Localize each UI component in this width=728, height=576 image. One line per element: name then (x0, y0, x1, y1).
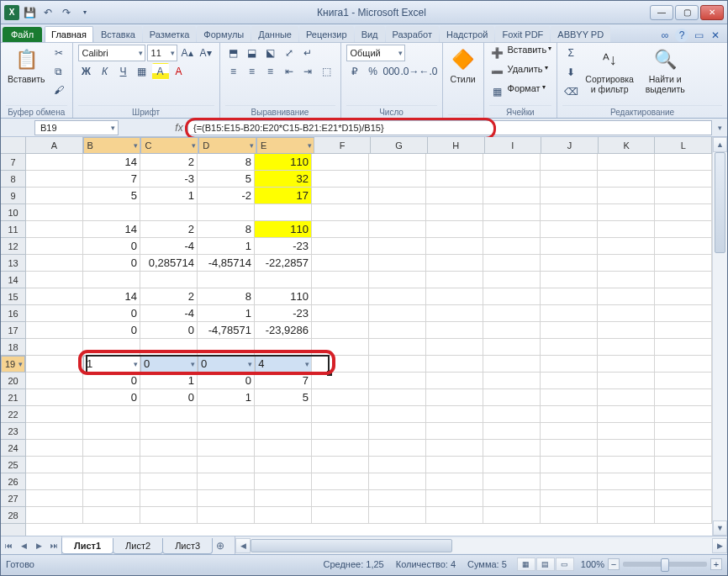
cell-I14[interactable] (483, 272, 541, 288)
cell-K9[interactable] (598, 188, 655, 204)
row-header-26[interactable]: 26 (1, 473, 25, 490)
autosum-icon[interactable]: Σ (562, 45, 579, 61)
cell-J21[interactable] (541, 389, 598, 406)
cell-F9[interactable] (312, 188, 369, 204)
minimize-ribbon-icon[interactable]: ∞ (658, 29, 672, 42)
cell-L13[interactable] (655, 255, 712, 272)
cell-B12[interactable]: 0 (83, 238, 140, 255)
formula-expand-icon[interactable]: ▾ (712, 124, 727, 132)
align-right-icon[interactable]: ≡ (262, 63, 279, 80)
cell-K21[interactable] (598, 389, 655, 406)
cell-E13[interactable]: -22,2857 (255, 255, 312, 272)
styles-button[interactable]: 🔶 Стили (448, 45, 478, 87)
cell-J15[interactable] (541, 288, 598, 305)
sheet-tab-Лист1[interactable]: Лист1 (61, 538, 113, 554)
cell-H21[interactable] (426, 389, 483, 406)
cell-C25[interactable] (140, 457, 198, 473)
cell-J11[interactable] (541, 221, 598, 238)
cell-L25[interactable] (655, 457, 712, 473)
cell-B7[interactable]: 14 (83, 154, 140, 171)
cell-F25[interactable] (312, 457, 369, 473)
cell-L15[interactable] (655, 288, 712, 305)
indent-dec-icon[interactable]: ⇤ (281, 63, 298, 80)
cell-H15[interactable] (426, 288, 483, 305)
cell-E22[interactable] (255, 406, 312, 423)
row-header-22[interactable]: 22 (1, 406, 25, 423)
row-header-13[interactable]: 13 (1, 255, 25, 272)
cell-E26[interactable] (255, 473, 312, 490)
cell-G8[interactable] (369, 171, 426, 188)
cell-F23[interactable] (312, 423, 369, 440)
cell-B11[interactable]: 14 (83, 221, 140, 238)
col-header-I[interactable]: I (485, 137, 542, 153)
cell-C16[interactable]: -4 (140, 305, 198, 322)
tab-разметка[interactable]: Разметка (143, 26, 197, 42)
cell-L28[interactable] (655, 507, 712, 524)
cell-G23[interactable] (369, 423, 426, 440)
qat-dropdown-icon[interactable]: ▾ (76, 4, 93, 21)
tab-вставка[interactable]: Вставка (94, 26, 142, 42)
font-color-icon[interactable]: A (171, 63, 187, 80)
cell-A12[interactable] (26, 238, 83, 255)
row-header-27[interactable]: 27 (1, 490, 25, 507)
cell-D27[interactable] (198, 490, 255, 507)
cell-C27[interactable] (140, 490, 198, 507)
cell-A28[interactable] (26, 507, 83, 524)
cell-C26[interactable] (140, 473, 198, 490)
percent-icon[interactable]: % (365, 63, 382, 80)
row-header-25[interactable]: 25 (1, 457, 25, 473)
cell-J23[interactable] (541, 423, 598, 440)
align-left-icon[interactable]: ≡ (225, 63, 242, 80)
cell-L23[interactable] (655, 423, 712, 440)
cell-A19[interactable] (26, 356, 83, 373)
tab-формулы[interactable]: Формулы (197, 26, 251, 42)
cell-G18[interactable] (369, 339, 426, 356)
cell-F28[interactable] (312, 507, 369, 524)
cell-K27[interactable] (598, 490, 655, 507)
align-top-icon[interactable]: ⬒ (225, 45, 242, 61)
dec-decimal-icon[interactable]: ←.0 (420, 63, 437, 80)
cell-E12[interactable]: -23 (255, 238, 312, 255)
cell-L11[interactable] (655, 221, 712, 238)
cell-A24[interactable] (26, 440, 83, 457)
cell-H13[interactable] (426, 255, 483, 272)
cell-D21[interactable]: 1 (198, 389, 255, 406)
cell-H9[interactable] (426, 188, 483, 204)
cell-G17[interactable] (369, 322, 426, 339)
cell-H10[interactable] (426, 204, 483, 221)
cell-L12[interactable] (655, 238, 712, 255)
cell-A9[interactable] (26, 188, 83, 204)
cell-E8[interactable]: 32 (255, 171, 312, 188)
cell-B26[interactable] (83, 473, 140, 490)
cell-I16[interactable] (483, 305, 541, 322)
row-header-8[interactable]: 8 (1, 171, 25, 188)
cell-C24[interactable] (140, 440, 198, 457)
cell-J16[interactable] (541, 305, 598, 322)
cell-K18[interactable] (598, 339, 655, 356)
cell-L22[interactable] (655, 406, 712, 423)
cell-L17[interactable] (655, 322, 712, 339)
cell-C12[interactable]: -4 (140, 238, 198, 255)
minimize-button[interactable]: — (650, 5, 673, 20)
cell-J12[interactable] (541, 238, 598, 255)
cell-K7[interactable] (598, 154, 655, 171)
cell-F12[interactable] (312, 238, 369, 255)
fill-icon[interactable]: ⬇ (562, 64, 579, 81)
cell-K26[interactable] (598, 473, 655, 490)
cell-G13[interactable] (369, 255, 426, 272)
cell-C21[interactable]: 0 (140, 389, 198, 406)
vertical-scrollbar[interactable]: ▲ ▼ (712, 137, 727, 536)
cell-G26[interactable] (369, 473, 426, 490)
ribbon-close-icon[interactable]: ✕ (709, 29, 722, 42)
paste-button[interactable]: 📋 Вставить (6, 45, 47, 87)
align-middle-icon[interactable]: ⬓ (244, 45, 261, 61)
cell-E9[interactable]: 17 (255, 188, 312, 204)
bold-icon[interactable]: Ж (78, 63, 95, 80)
cell-G12[interactable] (369, 238, 426, 255)
cell-A21[interactable] (26, 389, 83, 406)
cell-K14[interactable] (598, 272, 655, 288)
insert-cells-button[interactable]: ➕Вставить▾ (489, 45, 552, 61)
italic-icon[interactable]: К (97, 63, 113, 80)
cell-C10[interactable] (140, 204, 198, 221)
row-header-20[interactable]: 20 (1, 373, 25, 389)
